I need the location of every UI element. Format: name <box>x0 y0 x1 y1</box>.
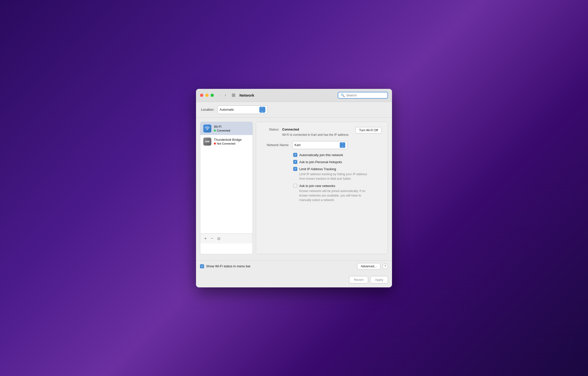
thunderbolt-status-text: Not Connected <box>217 142 235 145</box>
status-content: Connected Wi-Fi is connected to Kart and… <box>282 127 351 137</box>
ask-new-networks-label: Ask to join new networks <box>299 184 335 188</box>
thunderbolt-status: Not Connected <box>214 142 242 145</box>
personal-hotspot-label: Ask to join Personal Hotspots <box>299 160 342 164</box>
show-wifi-label: Show Wi-Fi status in menu bar <box>206 264 251 268</box>
limit-ip-row: Limit IP Address Tracking Limit IP addre… <box>293 167 382 181</box>
limit-ip-label: Limit IP Address Tracking <box>299 167 336 171</box>
advanced-button[interactable]: Advanced... <box>357 263 380 270</box>
auto-join-label-wrapper: Automatically join this network <box>299 153 343 157</box>
back-button[interactable]: ‹ <box>218 92 222 98</box>
nav-buttons: ‹ › <box>218 92 228 98</box>
remove-network-button[interactable]: − <box>209 236 214 241</box>
wifi-status-dot <box>214 130 216 132</box>
ask-new-networks-checkbox[interactable] <box>293 184 297 188</box>
personal-hotspot-checkbox[interactable] <box>293 160 297 164</box>
location-select[interactable]: Automatic ⌃⌄ <box>217 105 268 114</box>
main-content: Wi-Fi Connected <box>196 118 392 258</box>
add-network-button[interactable]: + <box>203 236 208 241</box>
location-select-arrow: ⌃⌄ <box>259 107 265 113</box>
status-description: Wi-Fi is connected to Kart and has the I… <box>282 133 351 137</box>
search-icon: 🔍 <box>341 93 345 97</box>
network-name-select[interactable]: Kart ⌃⌄ <box>292 141 348 149</box>
network-name-row: Network Name: Kart ⌃⌄ <box>262 141 382 149</box>
search-input[interactable] <box>346 93 385 97</box>
system-preferences-window: ‹ › ⊞ Network 🔍 Location: Automatic ⌃⌄ <box>196 89 392 287</box>
sidebar: Wi-Fi Connected <box>200 122 253 254</box>
footer: Revert Apply <box>196 274 392 287</box>
thunderbolt-item-info: Thunderbolt Bridge Not Connected <box>214 138 242 145</box>
wifi-status-text: Connected <box>217 129 230 132</box>
turn-wifi-off-button[interactable]: Turn Wi-Fi Off <box>355 127 382 134</box>
location-label: Location: <box>201 108 214 111</box>
help-button[interactable]: ? <box>382 264 388 269</box>
search-box[interactable]: 🔍 <box>338 92 388 99</box>
detail-panel: Status: Connected Wi-Fi is connected to … <box>256 122 388 254</box>
network-name-label: Network Name: <box>262 143 292 147</box>
titlebar: ‹ › ⊞ Network 🔍 <box>196 89 392 102</box>
location-value: Automatic <box>220 108 234 111</box>
checkboxes-section: Automatically join this network Ask to j… <box>293 153 382 202</box>
forward-button[interactable]: › <box>223 92 227 98</box>
sidebar-item-thunderbolt[interactable]: Thunderbolt Bridge Not Connected <box>200 135 253 148</box>
wifi-status: Connected <box>214 129 230 132</box>
show-wifi-row: Show Wi-Fi status in menu bar <box>200 264 251 268</box>
thunderbolt-name: Thunderbolt Bridge <box>214 138 242 142</box>
status-label: Status: <box>262 128 282 131</box>
minimize-button[interactable] <box>205 94 209 97</box>
network-name-arrow: ⌃⌄ <box>340 142 345 148</box>
status-value: Connected <box>282 128 299 131</box>
maximize-button[interactable] <box>211 94 214 97</box>
thunderbolt-icon <box>203 138 211 146</box>
network-name-value: Kart <box>295 143 301 147</box>
personal-hotspot-label-wrapper: Ask to join Personal Hotspots <box>299 160 342 164</box>
auto-join-checkbox[interactable] <box>293 153 297 157</box>
wifi-icon <box>203 124 211 133</box>
limit-ip-label-wrapper: Limit IP Address Tracking Limit IP addre… <box>299 167 370 181</box>
ask-new-networks-description: Known networks will be joined automatica… <box>299 189 370 202</box>
close-button[interactable] <box>200 94 203 97</box>
limit-ip-checkbox[interactable] <box>293 167 297 171</box>
location-bar: Location: Automatic ⌃⌄ <box>196 102 392 118</box>
action-network-button[interactable]: ⊙ <box>216 236 222 241</box>
status-row: Status: Connected Wi-Fi is connected to … <box>262 127 382 137</box>
bottom-bar: Show Wi-Fi status in menu bar Advanced..… <box>196 260 392 274</box>
window-title: Network <box>239 93 254 97</box>
personal-hotspot-row: Ask to join Personal Hotspots <box>293 160 382 164</box>
apply-button[interactable]: Apply <box>370 276 388 283</box>
thunderbolt-status-dot <box>214 143 216 145</box>
bottom-right-buttons: Advanced... ? <box>357 263 388 270</box>
grid-icon: ⊞ <box>232 92 235 98</box>
sidebar-controls: + − ⊙ <box>200 233 253 243</box>
auto-join-row: Automatically join this network <box>293 153 382 157</box>
traffic-lights <box>200 94 214 97</box>
auto-join-label: Automatically join this network <box>299 153 343 157</box>
sidebar-spacer <box>200 148 253 233</box>
ask-new-networks-row: Ask to join new networks Known networks … <box>293 183 382 202</box>
wifi-name: Wi-Fi <box>214 125 230 129</box>
limit-ip-description: Limit IP address tracking by hiding your… <box>299 172 370 181</box>
ask-new-networks-label-wrapper: Ask to join new networks Known networks … <box>299 183 370 202</box>
wifi-item-info: Wi-Fi Connected <box>214 125 230 132</box>
show-wifi-checkbox[interactable] <box>200 264 204 268</box>
revert-button[interactable]: Revert <box>349 276 368 283</box>
sidebar-item-wifi[interactable]: Wi-Fi Connected <box>200 122 253 135</box>
